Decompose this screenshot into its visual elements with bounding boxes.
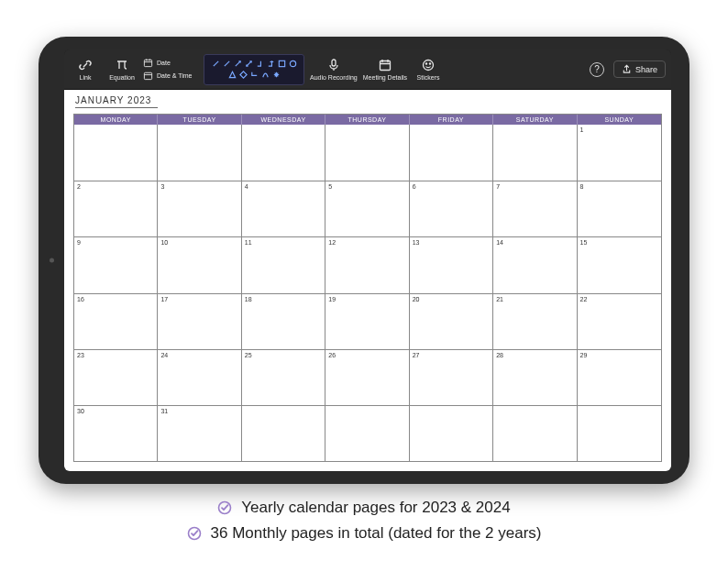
- date-number: 26: [328, 352, 336, 358]
- svg-point-6: [424, 60, 434, 71]
- calendar-cell[interactable]: 19: [325, 293, 409, 349]
- svg-rect-5: [380, 61, 390, 71]
- equation-label: Equation: [109, 74, 135, 81]
- calendar-cell[interactable]: 25: [242, 349, 325, 405]
- shape-elbow-arrow-icon: [267, 60, 275, 68]
- day-header: SUNDAY: [578, 115, 661, 125]
- date-time-button[interactable]: Date & Time: [143, 71, 193, 81]
- calendar-cell[interactable]: 9: [74, 236, 158, 292]
- calendar-cell[interactable]: 8: [578, 181, 661, 236]
- help-button[interactable]: ?: [590, 62, 604, 77]
- date-number: 30: [77, 408, 84, 414]
- calendar-cell[interactable]: 13: [410, 236, 493, 292]
- pi-icon: [115, 58, 129, 72]
- feature-text: Yearly calendar pages for 2023 & 2024: [241, 499, 510, 517]
- date-number: 14: [496, 239, 503, 246]
- calendar-cell[interactable]: 7: [493, 181, 577, 236]
- equation-button[interactable]: Equation: [106, 49, 138, 89]
- toolbar: Link Equation Date Date & Time: [64, 49, 671, 90]
- date-number: 16: [77, 296, 84, 302]
- date-button[interactable]: Date: [143, 58, 171, 68]
- shape-line-icon: [223, 60, 231, 68]
- feature-item: 36 Monthly pages in total (dated for the…: [187, 524, 542, 543]
- calendar-cell[interactable]: [325, 405, 409, 461]
- calendar-cell[interactable]: 1: [578, 125, 661, 181]
- tablet-camera: [50, 258, 54, 263]
- feature-item: Yearly calendar pages for 2023 & 2024: [217, 499, 510, 517]
- day-header: FRIDAY: [410, 115, 493, 125]
- calendar-cell[interactable]: 28: [493, 349, 577, 405]
- stickers-button[interactable]: Stickers: [413, 49, 444, 89]
- day-header: THURSDAY: [325, 115, 409, 125]
- calendar-cell[interactable]: 10: [158, 236, 241, 292]
- shape-triangle-icon: [228, 71, 237, 79]
- shape-diamond-icon: [239, 71, 248, 79]
- calendar-page: JANUARY 2023 MONDAYTUESDAYWEDNESDAYTHURS…: [64, 90, 671, 471]
- app-screen: Link Equation Date Date & Time: [64, 49, 671, 471]
- calendar: MONDAYTUESDAYWEDNESDAYTHURSDAYFRIDAYSATU…: [73, 114, 662, 462]
- calendar-cell[interactable]: [74, 125, 158, 181]
- calendar-cell[interactable]: [158, 125, 241, 181]
- check-icon: [217, 500, 232, 515]
- link-button[interactable]: Link: [70, 49, 101, 89]
- calendar-cell[interactable]: 29: [578, 349, 661, 405]
- share-label: Share: [635, 65, 657, 74]
- date-number: 5: [328, 183, 332, 190]
- calendar-cell[interactable]: [493, 125, 577, 181]
- calendar-cell[interactable]: 20: [410, 293, 493, 349]
- calendar-cell[interactable]: 3: [158, 181, 241, 236]
- calendar-cell[interactable]: [242, 405, 325, 461]
- date-number: 13: [413, 239, 420, 246]
- date-time-label: Date & Time: [157, 72, 193, 79]
- calendar-cell[interactable]: 15: [578, 236, 661, 292]
- date-number: 31: [160, 408, 168, 414]
- shapes-gallery[interactable]: [204, 54, 304, 85]
- date-number: 11: [245, 239, 252, 246]
- calendar-cell[interactable]: 27: [410, 349, 493, 405]
- calendar-cell[interactable]: 6: [410, 181, 493, 236]
- calendar-cell[interactable]: [493, 405, 577, 461]
- calendar-cell[interactable]: 16: [74, 293, 158, 349]
- calendar-cell[interactable]: [325, 125, 409, 181]
- date-number: 15: [580, 239, 588, 246]
- meeting-button[interactable]: Meeting Details: [363, 49, 407, 89]
- date-number: 20: [413, 296, 420, 302]
- calendar-cell[interactable]: 31: [158, 405, 241, 461]
- calendar-cell[interactable]: 30: [74, 405, 158, 461]
- calendar-icon: [378, 58, 392, 72]
- calendar-cell[interactable]: 17: [158, 293, 241, 349]
- calendar-cell[interactable]: [242, 125, 325, 181]
- calendar-grid: 1234567891011121314151617181920212223242…: [74, 125, 661, 461]
- date-number: 1: [580, 126, 584, 133]
- date-number: 29: [580, 352, 588, 358]
- audio-button[interactable]: Audio Recording: [310, 49, 358, 89]
- date-number: 24: [160, 352, 168, 358]
- smile-icon: [421, 58, 436, 72]
- calendar-cell[interactable]: 14: [493, 236, 577, 292]
- calendar-cell[interactable]: 4: [242, 181, 325, 236]
- calendar-cell[interactable]: 23: [74, 349, 158, 405]
- date-number: 23: [77, 352, 84, 358]
- calendar-cell[interactable]: 26: [325, 349, 409, 405]
- calendar-cell[interactable]: 5: [325, 181, 409, 236]
- calendar-cell[interactable]: 12: [325, 236, 409, 292]
- calendar-cell[interactable]: 18: [242, 293, 325, 349]
- calendar-cell[interactable]: 21: [493, 293, 577, 349]
- calendar-cell[interactable]: [578, 405, 661, 461]
- calendar-cell[interactable]: 2: [74, 181, 158, 236]
- share-button[interactable]: Share: [613, 60, 666, 78]
- date-stack: Date Date & Time: [143, 49, 198, 89]
- svg-rect-2: [279, 60, 284, 66]
- shape-line-icon: [212, 60, 220, 68]
- day-header: MONDAY: [74, 115, 158, 125]
- help-icon: ?: [594, 64, 600, 74]
- date-number: 28: [496, 352, 503, 358]
- calendar-cell[interactable]: [410, 405, 493, 461]
- shape-curve-icon: [261, 71, 270, 79]
- calendar-cell[interactable]: 24: [158, 349, 241, 405]
- date-number: 9: [77, 239, 81, 246]
- calendar-cell[interactable]: [410, 125, 493, 181]
- calendar-cell[interactable]: 11: [242, 236, 325, 292]
- calendar-cell[interactable]: 22: [578, 293, 661, 349]
- day-header: TUESDAY: [158, 115, 241, 125]
